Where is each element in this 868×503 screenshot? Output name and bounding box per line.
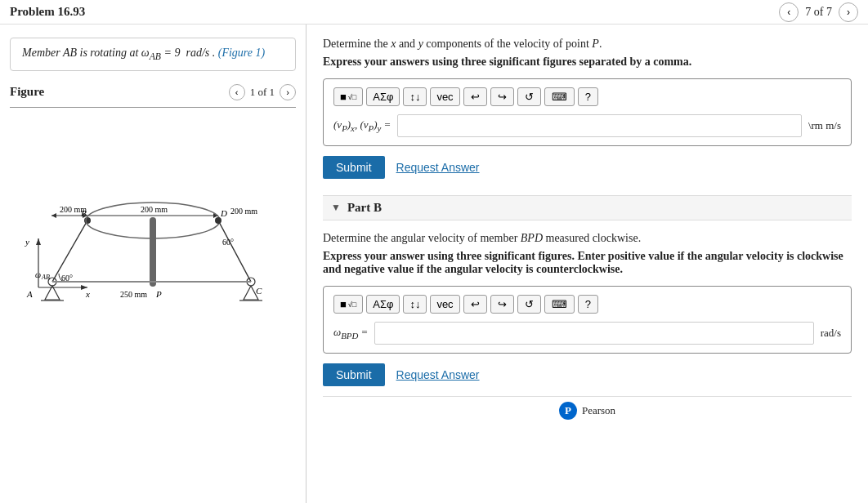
part-a-input-label: (vP)x, (vP)y =	[333, 118, 391, 133]
part-b-action-row: Submit Request Answer	[323, 363, 852, 386]
part-b-answer-box: ■√□ ΑΣφ ↕↓ vec ↩ ↪ ↺ ⌨ ? ωBPD = rad/s	[323, 286, 852, 354]
part-b-title: Part B	[347, 201, 382, 215]
part-b-toolbar-redo-button[interactable]: ↪	[490, 295, 514, 314]
svg-text:200 mm: 200 mm	[230, 207, 257, 216]
problem-statement-box: Member AB is rotating at ωAB = 9 rad/s .…	[10, 38, 296, 71]
pearson-logo: P	[559, 402, 577, 420]
part-b-toolbar-arrows-button[interactable]: ↕↓	[403, 295, 427, 314]
svg-text:P: P	[155, 289, 162, 299]
part-a-answer-input[interactable]	[397, 114, 802, 137]
part-a-toolbar: ■√□ ΑΣφ ↕↓ vec ↩ ↪ ↺ ⌨ ?	[333, 87, 841, 106]
figure-header: Figure ‹ 1 of 1 ›	[10, 84, 296, 100]
figure-next-button[interactable]: ›	[280, 84, 296, 100]
part-a-submit-button[interactable]: Submit	[323, 156, 385, 179]
collapse-icon[interactable]: ▼	[331, 202, 341, 214]
pearson-label: Pearson	[582, 404, 615, 417]
svg-text:ω: ω	[35, 270, 41, 279]
toolbar-vec-button[interactable]: vec	[430, 87, 459, 106]
part-a-answer-box: ■√□ ΑΣφ ↕↓ vec ↩ ↪ ↺ ⌨ ? (vP)x, (vP)y = …	[323, 78, 852, 146]
page-info: 7 of 7	[805, 6, 832, 19]
svg-text:C: C	[256, 286, 262, 296]
part-b-toolbar-vec-button[interactable]: vec	[430, 295, 459, 314]
svg-marker-21	[51, 213, 56, 218]
svg-text:200 mm: 200 mm	[60, 205, 87, 214]
part-b-section: ▼ Part B Determine the angular velocity …	[323, 195, 852, 386]
svg-text:200 mm: 200 mm	[141, 205, 168, 214]
part-b-toolbar-help-button[interactable]: ?	[578, 295, 598, 314]
svg-marker-5	[36, 238, 41, 245]
svg-line-29	[218, 220, 251, 282]
figure-nav: ‹ 1 of 1 ›	[229, 84, 296, 100]
figure-divider	[10, 107, 296, 108]
part-a-action-row: Submit Request Answer	[323, 156, 852, 179]
part-a-question2: Express your answers using three signifi…	[323, 56, 852, 69]
next-page-button[interactable]: ›	[839, 2, 858, 22]
prev-page-button[interactable]: ‹	[779, 2, 799, 22]
right-panel: Determine the x and y components of the …	[306, 24, 868, 503]
problem-text-prefix: Member AB is rotating at ωAB = 9 rad/s .	[22, 47, 218, 59]
part-b-submit-button[interactable]: Submit	[323, 363, 385, 386]
part-b-toolbar-reset-button[interactable]: ↺	[517, 295, 541, 314]
svg-text:x: x	[85, 289, 90, 299]
figure-counter: 1 of 1	[250, 86, 275, 99]
part-b-input-label: ωBPD =	[333, 326, 368, 341]
toolbar-help-button[interactable]: ?	[578, 87, 598, 106]
svg-text:AB: AB	[41, 274, 50, 281]
part-b-answer-input[interactable]	[374, 322, 813, 345]
problem-title: Problem 16.93	[10, 5, 85, 19]
part-b-header: ▼ Part B	[323, 195, 852, 220]
svg-text:y: y	[25, 237, 29, 247]
figure-link[interactable]: (Figure 1)	[218, 47, 265, 59]
figure-svg: y x A C 60°	[14, 124, 292, 312]
page-nav: ‹ 7 of 7 ›	[779, 2, 858, 22]
svg-text:60°: 60°	[222, 238, 234, 247]
part-b-input-row: ωBPD = rad/s	[333, 322, 841, 345]
part-b-question2: Express your answer using three signific…	[323, 250, 852, 276]
toolbar-redo-button[interactable]: ↪	[490, 87, 514, 106]
main-container: Member AB is rotating at ωAB = 9 rad/s .…	[0, 24, 868, 503]
part-b-toolbar-undo-button[interactable]: ↩	[463, 295, 487, 314]
part-b-unit: rad/s	[821, 327, 841, 340]
toolbar-arrows-button[interactable]: ↕↓	[403, 87, 427, 106]
toolbar-reset-button[interactable]: ↺	[517, 87, 541, 106]
toolbar-keyboard-button[interactable]: ⌨	[544, 87, 575, 106]
part-b-request-answer-button[interactable]: Request Answer	[396, 368, 480, 381]
figure-area: y x A C 60°	[10, 116, 296, 320]
figure-title: Figure	[10, 85, 44, 99]
pearson-footer: P Pearson	[323, 396, 852, 425]
part-a-section: Determine the x and y components of the …	[323, 38, 852, 179]
part-b-toolbar: ■√□ ΑΣφ ↕↓ vec ↩ ↪ ↺ ⌨ ?	[333, 295, 841, 314]
svg-text:250 mm: 250 mm	[120, 290, 147, 299]
svg-point-17	[84, 217, 91, 224]
svg-text:A: A	[26, 289, 33, 299]
part-b-question1: Determine the angular velocity of member…	[323, 232, 852, 245]
part-a-input-row: (vP)x, (vP)y = \rm m/s	[333, 114, 841, 137]
toolbar-sigma-button[interactable]: ΑΣφ	[366, 87, 400, 106]
part-b-toolbar-sigma-button[interactable]: ΑΣφ	[366, 295, 400, 314]
toolbar-formula-button[interactable]: ■√□	[333, 87, 363, 106]
part-b-toolbar-formula-button[interactable]: ■√□	[333, 295, 363, 314]
left-panel: Member AB is rotating at ωAB = 9 rad/s .…	[0, 24, 306, 503]
top-bar: Problem 16.93 ‹ 7 of 7 ›	[0, 0, 868, 24]
figure-prev-button[interactable]: ‹	[229, 84, 245, 100]
toolbar-undo-button[interactable]: ↩	[463, 87, 487, 106]
part-a-question1: Determine the x and y components of the …	[323, 38, 852, 51]
part-a-unit: \rm m/s	[808, 119, 841, 132]
part-b-toolbar-keyboard-button[interactable]: ⌨	[544, 295, 575, 314]
part-a-request-answer-button[interactable]: Request Answer	[396, 161, 480, 174]
svg-line-14	[52, 220, 87, 282]
svg-text:D: D	[220, 208, 227, 218]
